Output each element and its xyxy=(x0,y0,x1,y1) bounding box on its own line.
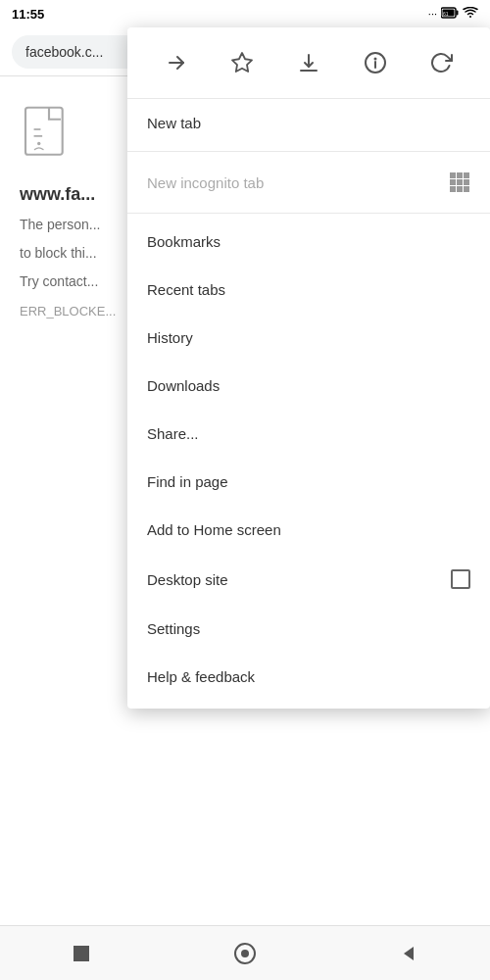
svg-rect-15 xyxy=(457,172,463,178)
menu-item-new-tab[interactable]: New tab xyxy=(127,99,490,147)
menu-divider xyxy=(127,151,490,152)
menu-item-label-find-in-page: Find in page xyxy=(147,473,228,490)
stop-button[interactable] xyxy=(57,929,106,978)
menu-item-find-in-page[interactable]: Find in page xyxy=(127,458,490,506)
menu-item-share[interactable]: Share... xyxy=(127,410,490,458)
battery-icon: 61 xyxy=(441,7,459,21)
menu-dots-icon: ··· xyxy=(428,8,437,20)
menu-item-bookmarks[interactable]: Bookmarks xyxy=(127,218,490,266)
back-button[interactable] xyxy=(384,929,433,978)
menu-item-downloads[interactable]: Downloads xyxy=(127,362,490,410)
svg-rect-14 xyxy=(450,172,456,178)
forward-button[interactable] xyxy=(155,41,198,84)
menu-item-history[interactable]: History xyxy=(127,314,490,362)
svg-rect-18 xyxy=(457,179,463,185)
svg-rect-16 xyxy=(464,172,469,178)
svg-point-7 xyxy=(37,142,40,145)
refresh-button[interactable] xyxy=(419,41,463,84)
home-button[interactable] xyxy=(220,929,270,978)
menu-item-label-new-tab: New tab xyxy=(147,115,201,131)
page-info-button[interactable] xyxy=(354,41,397,84)
svg-rect-21 xyxy=(457,186,463,192)
context-menu: New tabNew incognito tabBookmarksRecent … xyxy=(127,27,490,709)
menu-item-new-incognito-tab[interactable]: New incognito tab xyxy=(127,156,490,209)
svg-marker-26 xyxy=(404,947,414,960)
menu-item-help-feedback[interactable]: Help & feedback xyxy=(127,653,490,701)
menu-items-list: New tabNew incognito tabBookmarksRecent … xyxy=(127,99,490,701)
menu-item-add-to-home[interactable]: Add to Home screen xyxy=(127,506,490,554)
menu-item-label-desktop-site: Desktop site xyxy=(147,571,228,588)
menu-item-label-bookmarks: Bookmarks xyxy=(147,233,220,250)
svg-rect-1 xyxy=(457,11,459,16)
svg-marker-8 xyxy=(232,53,252,72)
status-time: 11:55 xyxy=(12,7,44,22)
svg-rect-19 xyxy=(464,179,469,185)
menu-item-label-settings: Settings xyxy=(147,620,200,637)
menu-item-label-recent-tabs: Recent tabs xyxy=(147,281,225,298)
menu-item-label-new-incognito-tab: New incognito tab xyxy=(147,174,264,191)
svg-point-25 xyxy=(241,950,249,957)
svg-rect-22 xyxy=(464,186,469,192)
svg-text:61: 61 xyxy=(443,11,449,17)
svg-rect-20 xyxy=(450,186,456,192)
grid-icon xyxy=(449,172,470,193)
menu-item-recent-tabs[interactable]: Recent tabs xyxy=(127,266,490,314)
menu-divider xyxy=(127,213,490,214)
bottom-nav xyxy=(0,925,490,980)
status-icons: ··· 61 xyxy=(428,7,478,21)
error-page-icon xyxy=(20,106,78,165)
menu-item-settings[interactable]: Settings xyxy=(127,605,490,653)
menu-item-label-history: History xyxy=(147,329,193,346)
wifi-icon xyxy=(463,7,478,21)
menu-item-label-share: Share... xyxy=(147,425,199,442)
menu-item-label-help-feedback: Help & feedback xyxy=(147,668,255,685)
svg-rect-4 xyxy=(25,108,63,155)
menu-top-icons xyxy=(127,27,490,99)
url-text: facebook.c... xyxy=(25,44,103,60)
bookmark-star-button[interactable] xyxy=(220,41,264,84)
download-button[interactable] xyxy=(287,41,330,84)
svg-rect-17 xyxy=(450,179,456,185)
menu-item-label-downloads: Downloads xyxy=(147,377,220,394)
svg-rect-23 xyxy=(74,946,89,961)
menu-item-label-add-to-home: Add to Home screen xyxy=(147,521,281,538)
desktop-site-checkbox[interactable] xyxy=(451,569,470,589)
status-bar: 11:55 ··· 61 xyxy=(0,0,490,27)
menu-item-desktop-site[interactable]: Desktop site xyxy=(127,554,490,605)
